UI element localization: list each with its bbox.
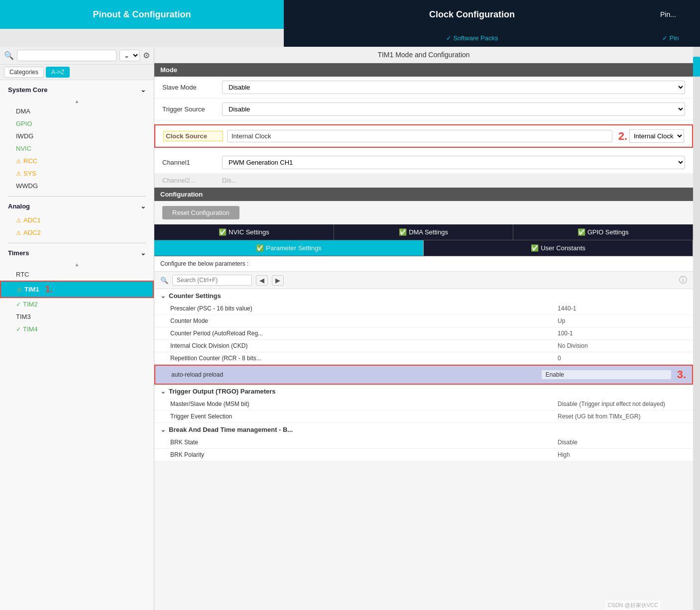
adc2-label: ADC2 xyxy=(23,229,41,236)
counter-settings-group[interactable]: ⌄ Counter Settings xyxy=(154,289,693,303)
watermark: CSDN @好家伙VCC xyxy=(605,601,660,610)
sidebar-item-tim3[interactable]: TIM3 xyxy=(0,310,154,323)
break-arrow: ⌄ xyxy=(160,426,166,433)
param-row-counter-period[interactable]: Counter Period (AutoReload Reg... 100-1 xyxy=(154,327,693,340)
warn-icon-tim1: ⚠ xyxy=(17,286,22,293)
sidebar-item-tim4[interactable]: ✓ TIM4 xyxy=(0,323,154,335)
sidebar-item-sys[interactable]: ⚠ SYS xyxy=(0,167,154,180)
params-search-input[interactable] xyxy=(172,275,252,286)
slave-mode-label: Slave Mode xyxy=(162,84,222,91)
sidebar-item-tim1[interactable]: ⚠ TIM1 1. xyxy=(0,281,154,298)
main-layout: 🔍 ⌄ ⚙ Categories A->Z System Core ⌄ ▲ xyxy=(0,47,700,610)
sub-header-left xyxy=(0,29,284,47)
break-label: Break And Dead Time management - B... xyxy=(169,426,293,433)
sidebar-item-gpio[interactable]: GPIO xyxy=(0,117,154,130)
user-check-icon: ✅ xyxy=(531,244,539,252)
extra-tab[interactable]: Pin... xyxy=(660,0,700,29)
pinout-config-tab[interactable]: Pinout & Configuration xyxy=(0,0,284,29)
sidebar-item-nvic[interactable]: NVIC xyxy=(0,142,154,155)
right-scrollbar[interactable] xyxy=(693,47,700,610)
clock-source-row: Clock Source 2. Internal Clock xyxy=(154,124,693,148)
clock-config-tab[interactable]: Clock Configuration xyxy=(284,0,660,29)
param-row-msm[interactable]: Master/Slave Mode (MSM bit) Disable (Tri… xyxy=(154,398,693,410)
counter-mode-value: Up xyxy=(558,317,687,324)
scroll-up-btn[interactable]: ▲ xyxy=(0,98,154,105)
trigger-source-row: Trigger Source Disable xyxy=(154,99,693,120)
break-group[interactable]: ⌄ Break And Dead Time management - B... xyxy=(154,423,693,436)
param-row-counter-mode[interactable]: Counter Mode Up xyxy=(154,315,693,327)
warn-icon-sys: ⚠ xyxy=(16,170,21,177)
param-row-ckd[interactable]: Internal Clock Division (CKD) No Divisio… xyxy=(154,340,693,352)
prescaler-name: Prescaler (PSC - 16 bits value) xyxy=(170,305,558,312)
section-system-core-label: System Core xyxy=(8,86,47,94)
nav-prev-button[interactable]: ◀ xyxy=(256,275,268,286)
param-row-trigger-event[interactable]: Trigger Event Selection Reset (UG bit fr… xyxy=(154,410,693,423)
section-timers-header[interactable]: Timers ⌄ xyxy=(0,245,154,261)
section-analog-label: Analog xyxy=(8,203,30,210)
section-system-core-chevron: ⌄ xyxy=(140,86,146,94)
sidebar-item-adc2[interactable]: ⚠ ADC2 xyxy=(0,226,154,239)
search-input[interactable] xyxy=(17,50,117,61)
top-header: Pinout & Configuration Clock Configurati… xyxy=(0,0,700,29)
check-icon-tim4: ✓ xyxy=(16,326,21,333)
clock-source-select[interactable]: Internal Clock xyxy=(629,129,684,143)
tab-gpio-settings[interactable]: ✅ GPIO Settings xyxy=(513,224,693,240)
search-dropdown[interactable]: ⌄ xyxy=(119,50,140,61)
sidebar-search-bar: 🔍 ⌄ ⚙ xyxy=(0,47,154,65)
trigger-source-select[interactable]: Disable xyxy=(222,102,685,116)
gpio-check-icon: ✅ xyxy=(578,228,585,236)
tab-user-constants[interactable]: ✅ User Constants xyxy=(424,240,693,256)
main-content: TIM1 Mode and Configuration Mode Slave M… xyxy=(154,47,693,610)
param-row-rcr[interactable]: Repetition Counter (RCR - 8 bits... 0 xyxy=(154,352,693,365)
rcr-value: 0 xyxy=(558,355,687,362)
extra-title: Pin... xyxy=(660,10,676,18)
sidebar-item-wwdg[interactable]: WWDG xyxy=(0,180,154,192)
sidebar-item-iwdg[interactable]: IWDG xyxy=(0,130,154,142)
rcr-name: Repetition Counter (RCR - 8 bits... xyxy=(170,355,558,362)
iwdg-label: IWDG xyxy=(16,132,33,140)
scroll-up-btn-2[interactable]: ▲ xyxy=(0,261,154,268)
tab-categories[interactable]: Categories xyxy=(4,67,44,78)
ckd-name: Internal Clock Division (CKD) xyxy=(170,342,558,349)
param-row-prescaler[interactable]: Prescaler (PSC - 16 bits value) 1440-1 xyxy=(154,303,693,315)
trigger-output-arrow: ⌄ xyxy=(160,388,166,395)
warn-icon-adc2: ⚠ xyxy=(16,229,21,236)
param-row-auto-reload[interactable]: auto-reload preload Enable 3. xyxy=(154,365,693,385)
tab-parameter-settings[interactable]: ✅ Parameter Settings xyxy=(154,240,424,256)
step1-badge: 1. xyxy=(45,284,53,295)
brk-state-value: Disable xyxy=(558,439,687,446)
counter-settings-label: Counter Settings xyxy=(169,292,221,300)
rcc-label: RCC xyxy=(23,157,37,165)
sidebar-item-tim2[interactable]: ✓ TIM2 xyxy=(0,298,154,310)
section-analog: Analog ⌄ ⚠ ADC1 ⚠ ADC2 xyxy=(0,199,154,239)
nav-next-button[interactable]: ▶ xyxy=(272,275,284,286)
dma-tab-label: DMA Settings xyxy=(409,228,448,236)
clock-config-title: Clock Configuration xyxy=(429,9,515,20)
pin-btn[interactable]: ✓ Pin xyxy=(660,29,700,47)
section-analog-header[interactable]: Analog ⌄ xyxy=(0,199,154,214)
software-packs-btn[interactable]: ✓ Software Packs xyxy=(284,29,660,47)
config-section-bar: Configuration xyxy=(154,188,693,201)
slave-mode-row: Slave Mode Disable xyxy=(154,77,693,99)
channel1-select[interactable]: PWM Generation CH1 xyxy=(222,156,685,169)
tab-nvic-settings[interactable]: ✅ NVIC Settings xyxy=(154,224,334,240)
section-timers: Timers ⌄ ▲ RTC ⚠ TIM1 1. ✓ TIM2 xyxy=(0,245,154,335)
sidebar-item-adc1[interactable]: ⚠ ADC1 xyxy=(0,214,154,226)
clock-source-input[interactable] xyxy=(227,130,612,142)
counter-period-name: Counter Period (AutoReload Reg... xyxy=(170,330,558,337)
tab-dma-settings[interactable]: ✅ DMA Settings xyxy=(334,224,514,240)
sidebar-item-dma[interactable]: DMA xyxy=(0,105,154,117)
sidebar-item-rcc[interactable]: ⚠ RCC xyxy=(0,155,154,167)
trigger-event-name: Trigger Event Selection xyxy=(170,413,558,420)
param-row-brk-polarity[interactable]: BRK Polarity High xyxy=(154,449,693,461)
param-row-brk-state[interactable]: BRK State Disable xyxy=(154,436,693,449)
tab-az[interactable]: A->Z xyxy=(46,67,70,78)
slave-mode-select[interactable]: Disable xyxy=(222,81,685,94)
section-system-core-header[interactable]: System Core ⌄ xyxy=(0,82,154,98)
reset-config-button[interactable]: Reset Configuration xyxy=(162,206,239,219)
sidebar-item-rtc[interactable]: RTC xyxy=(0,268,154,281)
scrollbar-thumb[interactable] xyxy=(693,57,700,77)
rtc-label: RTC xyxy=(16,271,29,278)
gear-icon[interactable]: ⚙ xyxy=(143,51,150,60)
trigger-output-group[interactable]: ⌄ Trigger Output (TRGO) Parameters xyxy=(154,385,693,398)
